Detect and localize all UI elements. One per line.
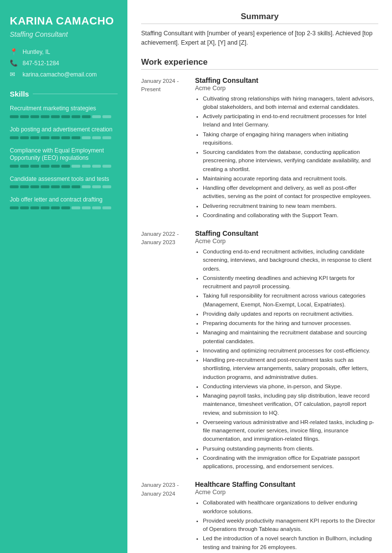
skill-segment — [10, 136, 19, 139]
work-title: Healthcare Staffing Consultant — [195, 480, 378, 488]
skill-segment — [20, 206, 29, 209]
bullet-item: Cultivating strong relationships with hi… — [203, 95, 378, 112]
skill-label: Candidate assessment tools and tests — [10, 176, 118, 183]
skill-segment — [92, 185, 101, 188]
work-details: Staffing ConsultantAcme CorpConducting e… — [195, 229, 378, 472]
bullet-item: Innovating and optimizing recruitment pr… — [203, 347, 378, 355]
skill-segment — [30, 185, 39, 188]
email-text: karina.camacho@email.com — [23, 71, 97, 78]
skill-segment — [102, 165, 111, 168]
bullet-item: Coordinating and collaborating with the … — [203, 211, 378, 220]
work-section-title: Work experience — [141, 57, 378, 70]
skill-segment — [82, 206, 91, 209]
resume-container: KARINA CAMACHO Staffing Consultant 📍 Hun… — [0, 0, 392, 553]
skill-segment — [51, 136, 60, 139]
skill-label: Job offer letter and contract drafting — [10, 196, 118, 204]
skill-segment — [72, 185, 80, 188]
bullet-item: Conducting end-to-end recruitment activi… — [203, 248, 378, 273]
skill-segment — [82, 185, 91, 188]
skill-segment — [61, 206, 70, 209]
summary-title: Summary — [141, 12, 378, 24]
bullet-item: Collaborated with healthcare organizatio… — [203, 499, 378, 516]
bullet-item: Providing daily updates and reports on r… — [203, 310, 378, 318]
skills-section-title: Skills — [10, 90, 118, 98]
phone-icon: 📞 — [10, 59, 19, 67]
skill-segment — [72, 115, 80, 118]
skill-segment — [102, 185, 111, 188]
skill-item: Job offer letter and contract drafting — [10, 196, 118, 209]
work-bullets: Collaborated with healthcare organizatio… — [195, 499, 378, 553]
skill-bar — [10, 115, 118, 118]
skill-segment — [51, 185, 60, 188]
bullet-item: Preparing documents for the hiring and t… — [203, 319, 378, 327]
work-company: Acme Corp — [195, 85, 378, 92]
skill-segment — [30, 136, 39, 139]
summary-text: Staffing Consultant with [number of year… — [141, 29, 378, 48]
skill-segment — [10, 185, 19, 188]
skill-segment — [72, 136, 80, 139]
skill-segment — [41, 185, 49, 188]
bullet-item: Consistently meeting deadlines and achie… — [203, 274, 378, 291]
bullet-item: Delivering recruitment training to new t… — [203, 202, 378, 210]
skill-segment — [82, 115, 91, 118]
bullet-item: Pursuing outstanding payments from clien… — [203, 445, 378, 453]
work-entries: January 2024 - PresentStaffing Consultan… — [141, 76, 378, 553]
work-entry: January 2023 - January 2024Healthcare St… — [141, 480, 378, 553]
skill-item: Candidate assessment tools and tests — [10, 176, 118, 189]
skill-item: Job posting and advertisement creation — [10, 126, 118, 139]
bullet-item: Actively participating in end-to-end rec… — [203, 112, 378, 129]
phone-item: 📞 847-512-1284 — [10, 59, 118, 67]
skills-list: Recruitment marketing strategiesJob post… — [10, 105, 118, 209]
skill-label: Recruitment marketing strategies — [10, 105, 118, 113]
skill-segment — [82, 165, 91, 168]
skill-segment — [51, 115, 60, 118]
bullet-item: Maintaining accurate reporting data and … — [203, 175, 378, 183]
skill-segment — [20, 115, 29, 118]
skill-segment — [51, 206, 60, 209]
work-dates: January 2024 - Present — [141, 76, 195, 221]
work-title: Staffing Consultant — [195, 229, 378, 237]
email-icon: ✉ — [10, 71, 19, 78]
bullet-item: Handling pre-recruitment and post-recrui… — [203, 356, 378, 381]
skill-segment — [41, 115, 49, 118]
work-dates: January 2022 - January 2023 — [141, 229, 195, 472]
bullet-item: Sourcing candidates from the database, c… — [203, 148, 378, 174]
skill-segment — [30, 165, 39, 168]
skill-segment — [41, 206, 49, 209]
skill-label: Compliance with Equal Employment Opportu… — [10, 147, 118, 162]
skill-segment — [30, 115, 39, 118]
skill-segment — [82, 136, 91, 139]
skill-segment — [10, 206, 19, 209]
location-icon: 📍 — [10, 48, 19, 55]
candidate-title: Staffing Consultant — [10, 30, 118, 38]
skill-segment — [41, 136, 49, 139]
skill-bar — [10, 136, 118, 139]
work-bullets: Conducting end-to-end recruitment activi… — [195, 248, 378, 471]
bullet-item: Taking full responsibility for recruitme… — [203, 292, 378, 309]
bullet-item: Taking charge of engaging hiring manager… — [203, 130, 378, 148]
skill-segment — [102, 206, 111, 209]
contact-section: 📍 Huntley, IL 📞 847-512-1284 ✉ karina.ca… — [10, 48, 118, 78]
bullet-item: Provided weekly productivity management … — [203, 517, 378, 534]
skill-segment — [41, 165, 49, 168]
bullet-item: Overseeing various administrative and HR… — [203, 418, 378, 444]
skill-segment — [10, 115, 19, 118]
work-entry: January 2024 - PresentStaffing Consultan… — [141, 76, 378, 221]
skill-segment — [92, 206, 101, 209]
skill-segment — [20, 185, 29, 188]
main-content: Summary Staffing Consultant with [number… — [127, 0, 392, 553]
skill-segment — [61, 115, 70, 118]
skill-segment — [51, 165, 60, 168]
bullet-item: Conducting interviews via phone, in-pers… — [203, 382, 378, 391]
skill-segment — [61, 165, 70, 168]
skill-segment — [92, 115, 101, 118]
skill-segment — [10, 165, 19, 168]
skill-segment — [102, 115, 111, 118]
skill-segment — [20, 165, 29, 168]
bullet-item: Managing and maintaining the recruitment… — [203, 328, 378, 346]
work-details: Staffing ConsultantAcme CorpCultivating … — [195, 76, 378, 221]
skill-segment — [61, 136, 70, 139]
skill-segment — [102, 136, 111, 139]
skill-bar — [10, 165, 118, 168]
skill-segment — [20, 136, 29, 139]
